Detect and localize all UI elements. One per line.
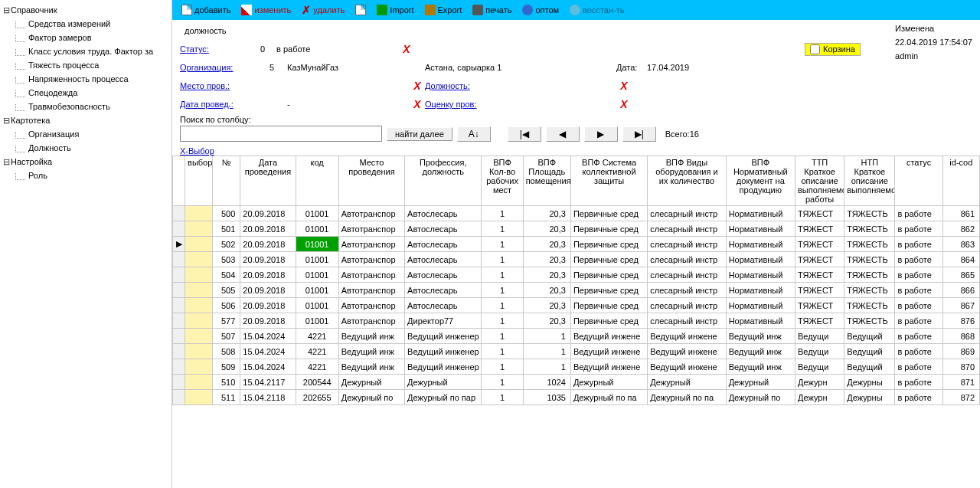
tree-item[interactable]: Травмобезопасность [0,100,172,113]
tree-node[interactable]: Справочник [11,5,57,15]
form-title: должность [185,26,972,35]
status-value: 0 [249,44,276,54]
mesto-clear-icon[interactable]: X [410,80,425,92]
find-next-button[interactable]: найти далее [387,127,452,141]
tree-item[interactable]: Класс условия труда. Фактор за [0,44,172,58]
export-button[interactable]: Export [420,3,467,17]
dataprov-clear-icon[interactable]: X [410,98,425,110]
table-row[interactable]: 50420.09.201801001АвтотранспорАвтослесар… [173,267,980,283]
dolzh-clear-icon[interactable]: X [616,80,632,92]
tree-item[interactable]: Фактор замеров [0,31,172,44]
column-header[interactable]: № [213,156,240,206]
mesto-link[interactable]: Место пров.: [180,81,256,90]
nav-prev-button[interactable]: ◀ [546,126,580,142]
total-label: Всего:16 [665,129,699,139]
meta-block: Изменена 22.04.2019 17:54:07 admin [895,21,972,63]
search-input[interactable] [180,126,382,142]
next-icon: ▶ [597,129,604,139]
org-value: 5 [256,63,287,72]
column-header[interactable]: ВПФ Площадь помещения [523,156,570,206]
column-header[interactable]: ВПФ Нормативный документ на продукцию [726,156,795,206]
tree-node[interactable]: Картотека [11,116,50,125]
tree-item[interactable]: Тяжесть процесса [0,58,172,72]
sort-button[interactable]: A↓ [457,126,491,142]
export-icon [425,5,436,15]
column-header[interactable]: ВПФ Кол-во рабочих мест [482,156,523,206]
column-header[interactable]: Место проведения [338,156,404,206]
tree-toggle-icon[interactable]: ⊟ [2,155,11,169]
refresh-button[interactable] [351,3,371,17]
sort-az-icon: A↓ [469,129,479,139]
form-panel: Изменена 22.04.2019 17:54:07 admin должн… [172,20,980,124]
ocenka-clear-icon[interactable]: X [616,98,632,110]
org-link[interactable]: Организация: [180,63,256,72]
ocenka-link[interactable]: Оценку пров: [425,100,486,109]
column-header[interactable] [173,156,185,206]
date-label: Дата: [616,63,647,72]
nav-next-button[interactable]: ▶ [584,126,618,142]
nav-last-button[interactable]: ▶| [622,126,656,142]
print-button[interactable]: печать [468,3,516,17]
tree-toggle-icon[interactable]: ⊟ [2,3,11,17]
first-icon: |◀ [520,129,529,139]
add-button[interactable]: добавить [177,3,235,17]
date-value: 17.04.2019 [647,63,689,72]
column-header[interactable]: id-cod [942,156,979,206]
x-vybor-link[interactable]: X-Выбор [172,146,980,156]
changed-label: Изменена [895,21,972,35]
column-header[interactable]: ВПФ Система коллективной защиты [570,156,647,206]
table-row[interactable]: ▶50220.09.201801001АвтотранспорАвтослеса… [173,237,980,252]
dolzh-link[interactable]: Должность: [425,81,486,90]
last-icon: ▶| [635,129,644,139]
table-row[interactable]: 51115.04.2118202655Дежурный поДежурный п… [173,390,980,405]
column-header[interactable]: выбор [185,156,213,206]
table-row[interactable]: 50120.09.201801001АвтотранспорАвтослесар… [173,221,980,237]
tree-item[interactable]: Спецодежда [0,86,172,100]
korzina-checkbox[interactable]: Корзина [805,43,861,56]
status-link[interactable]: Статус: [180,44,249,54]
nav-first-button[interactable]: |◀ [508,126,541,142]
table-row[interactable]: 50020.09.201801001АвтотранспорАвтослесар… [173,206,980,221]
table-row[interactable]: 51015.04.2117200544ДежурныйДежурный11024… [173,375,980,390]
search-label: Поиск по столбцу: [180,113,972,124]
column-header[interactable]: ТТП Краткое описание выполняемой работы [795,156,844,206]
column-header[interactable]: код [296,156,338,206]
prev-icon: ◀ [559,129,566,139]
tree-node[interactable]: Настройка [11,157,52,166]
column-header[interactable]: Дата проведения [240,156,296,206]
restore-button[interactable]: восстан-ть [565,3,629,17]
tree-item[interactable]: Напряженность процесса [0,72,172,86]
dataprov-link[interactable]: Дата провед.: [180,100,256,109]
edit-icon [241,5,252,15]
tree-item[interactable]: Организация [0,127,172,141]
table-row[interactable]: 50715.04.20244221Ведущий инжВедущий инже… [173,329,980,344]
status-text: в работе [276,44,399,54]
sidebar: ⊟СправочникСредства измеренийФактор заме… [0,0,172,488]
changed-user: admin [895,49,972,63]
tree-item[interactable]: Должность [0,141,172,155]
table-row[interactable]: 50915.04.20244221Ведущий инжВедущий инже… [173,359,980,375]
column-header[interactable]: НТП Краткое описание выполняемой [844,156,895,206]
tree-item[interactable]: Средства измерений [0,17,172,31]
import-button[interactable]: Import [372,3,418,17]
table-row[interactable]: 50320.09.201801001АвтотранспорАвтослесар… [173,252,980,267]
changed-at: 22.04.2019 17:54:07 [895,35,972,49]
status-clear-icon[interactable]: X [399,43,414,55]
column-header[interactable]: ВПФ Виды оборудования и их количество [648,156,726,206]
table-row[interactable]: 50520.09.201801001АвтотранспорАвтослесар… [173,283,980,298]
optom-button[interactable]: оптом [518,3,564,17]
restore-icon [570,5,580,15]
tree-toggle-icon[interactable]: ⊟ [2,113,11,127]
data-grid[interactable]: выбор№Дата проведениякодМесто проведения… [172,156,980,405]
delete-button[interactable]: ✗удалить [297,3,349,17]
table-row[interactable]: 50620.09.201801001АвтотранспорАвтослесар… [173,298,980,313]
tree-item[interactable]: Роль [0,169,172,182]
column-header[interactable]: Профессия, должность [405,156,482,206]
print-icon [472,5,483,15]
edit-button[interactable]: изменить [237,3,296,17]
org-addr: Астана, сарыарка 1 [425,63,578,72]
dataprov-value: - [287,100,410,109]
table-row[interactable]: 50815.04.20244221Ведущий инжВедущий инже… [173,344,980,359]
column-header[interactable]: статус [895,156,942,206]
table-row[interactable]: 57720.09.201801001АвтотранспорДиректор77… [173,313,980,329]
